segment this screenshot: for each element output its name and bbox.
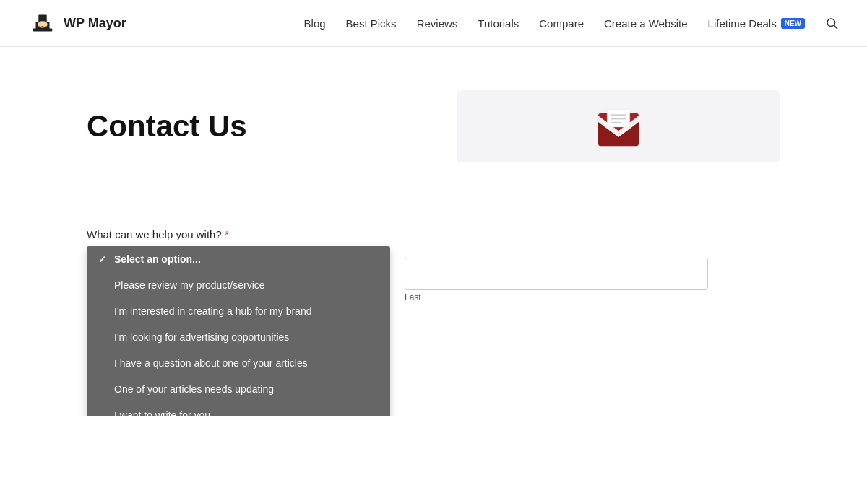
nav-create-website[interactable]: Create a Website [604, 17, 688, 30]
nav-blog[interactable]: Blog [304, 17, 326, 30]
logo-link[interactable]: WP Mayor [29, 9, 126, 37]
form-section: What can we help you with? * ✓ Select an… [0, 199, 867, 416]
last-name-input[interactable] [405, 258, 708, 290]
dropdown-option-hub[interactable]: I'm interested in creating a hub for my … [87, 298, 390, 324]
main-nav: Blog Best Picks Reviews Tutorials Compar… [304, 17, 838, 30]
page-title: Contact Us [87, 109, 247, 144]
svg-rect-1 [33, 29, 53, 32]
logo-text: WP Mayor [64, 16, 126, 31]
dropdown-menu[interactable]: ✓ Select an option... Please review my p… [87, 246, 390, 416]
required-asterisk: * [225, 228, 229, 240]
dropdown-option-write[interactable]: I want to write for you [87, 402, 390, 416]
nav-best-picks[interactable]: Best Picks [346, 17, 397, 30]
hero-image-box [457, 90, 780, 162]
site-header: WP Mayor Blog Best Picks Reviews Tutoria… [0, 0, 867, 47]
last-name-group: Last [405, 258, 708, 303]
new-badge: NEW [781, 18, 805, 29]
dropdown-option-updating[interactable]: One of your articles needs updating [87, 376, 390, 402]
search-icon[interactable] [825, 17, 838, 30]
nav-tutorials[interactable]: Tutorials [478, 17, 519, 30]
nav-lifetime-deals[interactable]: Lifetime Deals NEW [708, 17, 805, 30]
dropdown-option-review[interactable]: Please review my product/service [87, 272, 390, 298]
nav-compare[interactable]: Compare [539, 17, 584, 30]
hero-section: Contact Us [0, 47, 867, 199]
dropdown-option-select[interactable]: ✓ Select an option... [87, 246, 390, 272]
check-icon: ✓ [98, 254, 110, 265]
dropdown-option-question[interactable]: I have a question about one of your arti… [87, 350, 390, 376]
topic-label: What can we help you with? * [87, 228, 780, 240]
logo-icon [29, 9, 56, 37]
nav-reviews[interactable]: Reviews [417, 17, 458, 30]
topic-field-group: What can we help you with? * ✓ Select an… [87, 228, 780, 240]
dropdown-option-advertising[interactable]: I'm looking for advertising opportunitie… [87, 324, 390, 350]
svg-line-5 [834, 25, 837, 28]
envelope-icon [593, 101, 644, 152]
last-name-label: Last [405, 292, 708, 303]
